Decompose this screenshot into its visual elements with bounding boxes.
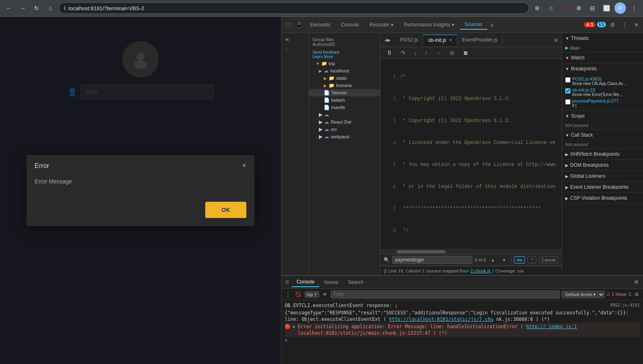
tab-close-icon[interactable]: ✕ [449, 38, 452, 42]
ext1-icon[interactable]: ⬡ [559, 2, 571, 14]
match-case-button[interactable]: Aa [514, 256, 525, 264]
threads-header[interactable]: ▼ Threads [562, 33, 643, 44]
profile-avatar[interactable]: P [614, 2, 626, 14]
bp3-file[interactable]: processPayment.js:277 [572, 98, 619, 103]
ok-button[interactable]: OK [205, 202, 246, 218]
editor-tab-event-provider[interactable]: EventProvider.js [457, 35, 503, 45]
editor-body[interactable]: 1/* 2 * Copyright (C) 2022 Openbravo S.L… [380, 59, 562, 249]
global-listeners-section: ▶ Global Listeners [562, 171, 643, 182]
bp2-file[interactable]: ob-init.js:18 [572, 87, 622, 92]
console-filter-input[interactable] [331, 290, 560, 299]
level-selector[interactable]: Default levels ▾ [562, 291, 605, 298]
editor-tab-pos2[interactable]: POS2.js [395, 35, 423, 45]
tab-recorder[interactable]: Recorder ▾ [364, 20, 398, 29]
step-button[interactable]: → [433, 48, 444, 58]
show-navigator-icon[interactable]: ⊞ [552, 36, 560, 44]
more-menu-icon[interactable]: ⋮ [628, 2, 640, 14]
console-toolbar: ⋮ 🚫 top ▼ 👁 Default levels ▾ ⚠ 1 Issue: … [281, 289, 643, 300]
tab-console-drawer[interactable]: Console [292, 277, 319, 287]
step-out-button[interactable]: ↑ [422, 48, 430, 58]
search-next-icon[interactable]: ▼ [500, 256, 509, 264]
sources-dots-menu[interactable]: ⋮ [281, 45, 309, 55]
pause-on-exceptions-button[interactable]: ⏹ [460, 48, 471, 58]
tree-terminal[interactable]: 📄 ?termin [309, 89, 380, 96]
editor-tab-ob-init[interactable]: ob-init.js ✕ [423, 35, 457, 46]
more-options-icon[interactable]: ⋮ [619, 20, 630, 30]
home-button[interactable]: ⌂ [45, 2, 56, 14]
dialog-close-button[interactable]: × [242, 161, 247, 170]
step-over-button[interactable]: ↷ [398, 48, 408, 58]
address-bar[interactable]: ℹ localhost:8181/?terminal=VBS-2 [59, 2, 529, 14]
tree-static[interactable]: ▶ 📁 static [309, 74, 380, 82]
close-devtools-button[interactable]: ✕ [632, 20, 641, 30]
err-link-1[interactable]: http:// index.js:1 [526, 324, 577, 329]
tab-issues[interactable]: Issues [319, 278, 343, 287]
console-settings-icon[interactable]: ⚙ [633, 291, 641, 298]
bp1-checkbox[interactable] [565, 77, 571, 83]
send-feedback-link[interactable]: Send feedback [312, 50, 340, 54]
xhr-header[interactable]: ▶ XHR/fetch Breakpoints [562, 149, 643, 159]
tab-performance[interactable]: Performance Insights ▾ [399, 20, 459, 29]
sources-nav-left[interactable]: ≪ [281, 35, 309, 45]
deactivate-breakpoints-button[interactable]: ⊝ [447, 48, 457, 58]
expand-error-icon[interactable]: ▶ [293, 323, 295, 336]
tree-react-del[interactable]: ▶ ☁ React Del [309, 118, 380, 126]
console-menu-icon[interactable]: ⋮ [284, 291, 292, 298]
call-stack-header[interactable]: ▼ Call Stack [562, 130, 643, 140]
tree-manifest[interactable]: 📄 manife [309, 104, 380, 111]
tree-localhost[interactable]: ▶ ☁ localhost: [309, 67, 380, 74]
global-listeners-header[interactable]: ▶ Global Listeners [562, 171, 643, 181]
source-file-link[interactable]: 2.chunk.js [470, 268, 491, 273]
extensions-icon[interactable]: ⊞ [531, 2, 543, 14]
forward-button[interactable]: → [17, 2, 29, 14]
console-link-1[interactable]: http://localhost:8181/static/js/7.chu [389, 316, 493, 322]
watch-header[interactable]: ▼ Watch [562, 52, 643, 63]
search-prev-icon[interactable]: ▲ [488, 256, 497, 264]
pause-resume-button[interactable]: ⏸ [384, 48, 395, 58]
devtools-more-tabs[interactable]: » [488, 20, 496, 30]
tab-search[interactable]: Search [343, 278, 369, 287]
regex-button[interactable]: .* [527, 256, 536, 264]
event-listeners-header[interactable]: ▶ Event Listener Breakpoints [562, 182, 643, 192]
bp1-file[interactable]: POS2.js:43631 [572, 76, 627, 81]
clear-console-button[interactable]: 🚫 [294, 291, 303, 298]
tab-console[interactable]: Console [336, 20, 364, 29]
devtools-device-icon[interactable]: 📱 [293, 20, 305, 30]
ext3-icon[interactable]: ⊟ [587, 2, 598, 14]
learn-more-link[interactable]: Learn More [312, 54, 333, 59]
bp2-checkbox[interactable] [565, 88, 571, 94]
search-input[interactable] [392, 256, 472, 264]
h-scrollbar-thumb[interactable] [397, 250, 445, 253]
code-editor: ◀▶ POS2.js ob-init.js ✕ EventProvider.js… [380, 33, 562, 275]
refresh-button[interactable]: ↻ [31, 2, 42, 14]
tree-home[interactable]: ▶ 📁 home/a [309, 82, 380, 89]
console-drawer-icon[interactable]: ☰ [283, 278, 292, 286]
main-thread-label: Main [570, 46, 580, 50]
eye-icon[interactable]: 👁 [321, 291, 329, 298]
back-button[interactable]: ← [3, 2, 15, 14]
window-icon[interactable]: ⬜ [601, 2, 612, 14]
dom-header[interactable]: ▶ DOM Breakpoints [562, 160, 643, 170]
scope-header[interactable]: ▼ Scope [562, 111, 643, 121]
bp3-checkbox[interactable] [565, 99, 571, 105]
horizontal-scrollbar[interactable] [380, 249, 562, 254]
tree-webpack[interactable]: ▶ ☁ webpack: [309, 133, 380, 140]
editor-nav-icon[interactable]: ◀▶ [382, 36, 393, 44]
console-close-button[interactable]: ✕ [631, 278, 641, 286]
settings-icon[interactable]: ⚙ [608, 20, 618, 30]
bookmark-icon[interactable]: ☆ [545, 2, 557, 14]
devtools-inspect-icon[interactable]: ⬚ [283, 20, 293, 30]
tab-sources[interactable]: Sources [460, 20, 487, 30]
tree-src[interactable]: ▶ ☁ src [309, 126, 380, 133]
step-into-button[interactable]: ↓ [411, 48, 419, 58]
breakpoints-header[interactable]: ▼ Breakpoints [562, 63, 643, 74]
cancel-search-button[interactable]: Cancel [539, 256, 558, 264]
code-line-8: 8 */ [384, 227, 558, 234]
console-body[interactable]: OB.EVTCLI.executeClientEvent response: ;… [281, 300, 643, 364]
csp-header[interactable]: ▶ CSP Violation Breakpoints [562, 193, 643, 203]
tree-cloud1[interactable]: ▶ ☁ [309, 111, 380, 118]
tab-elements[interactable]: Elements [305, 20, 335, 29]
tree-lodash[interactable]: 📄 lodash. [309, 96, 380, 104]
tree-top-folder[interactable]: ▼ 📁 top [309, 60, 380, 67]
ext2-icon[interactable]: ⚙ [573, 2, 584, 14]
